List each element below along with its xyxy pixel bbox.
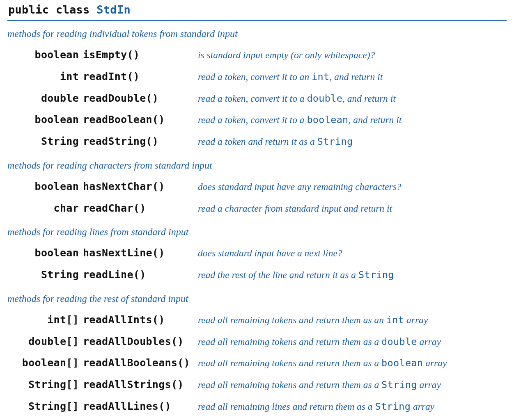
desc-text: does standard input have any remaining c… [198, 181, 402, 192]
method-name: readChar() [83, 201, 194, 217]
method-row: StringreadString()read a token and retur… [7, 131, 507, 153]
class-name: StdIn [96, 3, 131, 16]
method-row: double[]readAllDoubles()read all remaini… [7, 331, 507, 353]
desc-text: read the rest of the line and return it … [198, 269, 358, 280]
method-description: read a token, convert it to an int, and … [198, 69, 507, 84]
desc-text: read a character from standard input and… [198, 203, 392, 214]
desc-text: does standard input have a next line? [198, 248, 342, 258]
method-row: booleanhasNextChar()does standard input … [7, 176, 507, 198]
return-type: double[] [13, 334, 79, 350]
return-type: String [13, 134, 79, 150]
desc-text: array [417, 336, 441, 347]
desc-text: read all remaining tokens and return the… [198, 379, 381, 390]
return-type: int [13, 69, 79, 85]
method-description: read all remaining tokens and return the… [198, 377, 507, 392]
method-description: read the rest of the line and return it … [198, 267, 507, 282]
class-prefix: public class [8, 3, 96, 16]
method-description: read all remaining tokens and return the… [198, 334, 507, 349]
method-name: readAllInts() [83, 312, 194, 328]
method-description: read all remaining tokens and return the… [198, 313, 507, 327]
desc-text: is standard input empty (or only whitesp… [198, 50, 375, 60]
desc-text: array [423, 358, 447, 368]
method-row: StringreadAll()read the rest of the inpu… [7, 418, 507, 420]
method-name: isEmpty() [83, 47, 194, 63]
method-row: StringreadLine()read the rest of the lin… [7, 264, 507, 286]
method-row: String[]readAllLines()read all remaining… [7, 396, 507, 418]
desc-text: read a token, convert it to a [198, 93, 307, 104]
desc-text: read a token, convert it to a [198, 114, 307, 125]
desc-text: read all remaining tokens and return the… [198, 315, 386, 325]
method-row: String[]readAllStrings()read all remaini… [7, 374, 507, 396]
desc-text: read all remaining tokens and return the… [198, 358, 381, 368]
desc-text: , and return it [330, 71, 383, 82]
class-header: public class StdIn [7, 2, 507, 21]
method-name: readAllLines() [83, 399, 194, 415]
return-type: int[] [13, 312, 79, 328]
method-row: intreadInt()read a token, convert it to … [7, 66, 507, 88]
method-description: does standard input have a next line? [198, 246, 507, 260]
section-title: methods for reading individual tokens fr… [7, 28, 507, 39]
method-row: booleanisEmpty()is standard input empty … [7, 44, 507, 66]
method-name: readAllDoubles() [83, 334, 194, 350]
method-description: read a character from standard input and… [198, 201, 507, 216]
method-name: readDouble() [83, 91, 194, 107]
code-inline: int [312, 71, 329, 82]
code-inline: boolean [381, 357, 423, 369]
method-name: readAllBooleans() [83, 355, 194, 371]
method-row: int[]readAllInts()read all remaining tok… [7, 309, 507, 331]
desc-text: read all remaining tokens and return the… [198, 336, 381, 347]
return-type: String [13, 267, 79, 283]
desc-text: read a token, convert it to an [198, 71, 312, 82]
code-inline: double [307, 93, 342, 104]
desc-text: , and return it [342, 93, 396, 104]
method-description: read all remaining tokens and return the… [198, 356, 507, 370]
return-type: boolean [13, 245, 79, 261]
method-row: charreadChar()read a character from stan… [7, 198, 507, 219]
method-row: boolean[]readAllBooleans()read all remai… [7, 352, 507, 374]
section-title: methods for reading characters from stan… [7, 160, 507, 171]
method-description: does standard input have any remaining c… [198, 179, 507, 194]
return-type: String[] [13, 377, 79, 393]
code-inline: String [381, 379, 417, 390]
desc-text: read a token and return it as a [198, 136, 317, 147]
method-name: readInt() [83, 69, 194, 85]
method-description: is standard input empty (or only whitesp… [198, 48, 507, 62]
return-type: boolean [13, 47, 79, 63]
code-inline: String [317, 136, 353, 147]
desc-text: array [404, 315, 428, 325]
method-row: booleanreadBoolean()read a token, conver… [7, 109, 507, 131]
code-inline: double [381, 336, 417, 347]
method-row: booleanhasNextLine()does standard input … [7, 242, 507, 264]
desc-text: array [417, 379, 441, 390]
method-name: readLine() [83, 267, 194, 283]
sections-container: methods for reading individual tokens fr… [7, 28, 507, 420]
return-type: boolean [13, 112, 79, 128]
method-description: read a token and return it as a String [198, 134, 507, 149]
method-name: readAllStrings() [83, 377, 194, 393]
api-doc-page: public class StdIn methods for reading i… [0, 0, 514, 420]
return-type: boolean[] [13, 355, 79, 371]
method-description: read a token, convert it to a double, an… [198, 91, 507, 106]
code-inline: int [386, 314, 404, 326]
desc-text: , and return it [349, 114, 402, 125]
section-title: methods for reading lines from standard … [7, 226, 507, 237]
method-name: hasNextChar() [83, 179, 194, 195]
return-type: double [13, 91, 79, 107]
method-row: doublereadDouble()read a token, convert … [7, 88, 507, 110]
code-inline: boolean [307, 114, 348, 126]
desc-text: array [411, 401, 434, 412]
method-description: read a token, convert it to a boolean, a… [198, 112, 507, 127]
code-inline: String [358, 269, 394, 281]
return-type: String[] [13, 399, 79, 415]
method-name: hasNextLine() [83, 245, 194, 261]
section-title: methods for reading the rest of standard… [7, 293, 507, 304]
method-description: read all remaining lines and return them… [198, 399, 507, 414]
method-name: readString() [83, 134, 194, 150]
desc-text: read all remaining lines and return them… [198, 401, 375, 412]
code-inline: String [375, 401, 411, 412]
method-name: readBoolean() [83, 112, 194, 128]
return-type: boolean [13, 179, 79, 195]
return-type: char [13, 201, 79, 217]
